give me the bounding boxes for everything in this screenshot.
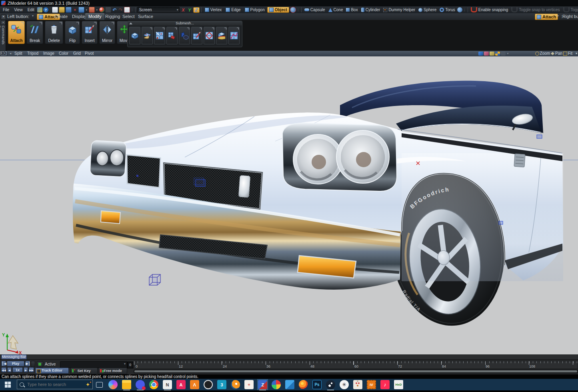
fit-button[interactable]: Fit xyxy=(568,51,572,56)
timeline-scrollbar-thumb[interactable] xyxy=(134,370,577,372)
mode-polygon[interactable]: Polygon xyxy=(243,7,266,12)
play-button[interactable]: Play xyxy=(7,361,24,366)
notes-icon[interactable] xyxy=(124,7,130,13)
texture-checker-icon[interactable] xyxy=(495,52,500,56)
menu-file[interactable]: File xyxy=(1,7,11,12)
taskbar-icon-zmodeler[interactable]: Z xyxy=(258,380,268,390)
new-file-icon[interactable] xyxy=(52,7,58,13)
menu-view[interactable]: View xyxy=(12,7,25,12)
close-commands-icon[interactable]: ✕ xyxy=(1,14,6,20)
taskbar-icon-notepad-plus-plus[interactable]: N xyxy=(162,380,172,390)
primitive-dummy-helper[interactable]: Dummy Helper xyxy=(382,7,416,12)
axis-y-button[interactable]: Y xyxy=(187,8,192,12)
taskbar-icon-vs-code[interactable] xyxy=(285,380,295,390)
taskbar-icon-tiktok[interactable]: ♪ xyxy=(380,380,390,390)
material-icon[interactable] xyxy=(105,7,111,13)
submesh-brush-button[interactable] xyxy=(142,27,153,44)
submesh-detach-button[interactable] xyxy=(154,27,165,44)
viewport-menu-pivot[interactable]: Pivot xyxy=(85,51,94,56)
taskbar-icon-flower-app[interactable] xyxy=(353,380,363,390)
rewind-button[interactable]: ◀◀ xyxy=(1,367,6,372)
import-dropdown[interactable]: ▾ xyxy=(85,8,88,12)
axis-x-button[interactable]: X xyxy=(180,8,186,12)
primitive-extra-icon[interactable] xyxy=(457,7,462,12)
mode-vertex[interactable]: Vertex xyxy=(203,7,223,12)
ribbon-break-button[interactable]: Break xyxy=(26,21,43,44)
set-key-button[interactable]: Set Key xyxy=(70,368,98,374)
taskbar-icon-adobe-app[interactable]: A xyxy=(176,380,186,390)
viewport-menu-tripod[interactable]: Tripod xyxy=(27,51,38,56)
dummy-helper-box[interactable] xyxy=(149,274,160,285)
axis-z-button[interactable]: Z xyxy=(193,7,200,13)
enable-snapping-button[interactable]: Enable snapping xyxy=(470,7,510,13)
open-file-icon[interactable] xyxy=(59,7,65,13)
viewport-menu-split[interactable]: Split xyxy=(14,51,22,56)
viewport-3d[interactable]: BFGoodrich Radial T/A xyxy=(0,56,578,354)
tab-surface[interactable]: Surface xyxy=(135,13,156,20)
track-editor-button[interactable]: Track Editor xyxy=(35,368,69,374)
ribbon-mirror-button[interactable]: Mirror xyxy=(99,21,115,44)
delete-file-icon[interactable]: ✕ xyxy=(72,7,78,12)
step-back-button[interactable]: ◀ xyxy=(7,367,12,372)
snap-edges-button[interactable]: Toggle snap to edges xyxy=(562,7,578,13)
right-tool-attach[interactable]: Attach xyxy=(535,14,558,20)
primitive-capsule[interactable]: Capsule xyxy=(303,7,326,12)
submesh-wave-button[interactable] xyxy=(216,27,227,44)
fast-forward-button[interactable]: ▶▶ xyxy=(29,367,34,372)
taskbar-icon-photoshop[interactable]: Ps xyxy=(312,380,322,390)
speed-button[interactable]: 1x xyxy=(12,367,23,372)
pencil-icon[interactable] xyxy=(478,52,483,56)
view-mode-label[interactable]: 3D xyxy=(0,51,7,56)
taskbar-icon-openiv[interactable]: IV xyxy=(366,380,376,390)
paint-extra-icon[interactable] xyxy=(501,52,506,56)
redo-icon[interactable]: ↷ xyxy=(118,7,123,12)
submesh-diamond-button[interactable] xyxy=(204,27,215,44)
settings-icon[interactable] xyxy=(37,7,42,12)
help-icon[interactable]: ? xyxy=(43,7,48,12)
taskbar-icon-file-explorer[interactable] xyxy=(122,380,132,390)
submesh-arrow-cube-button[interactable] xyxy=(179,27,190,44)
taskbar-icon-discord[interactable] xyxy=(135,380,145,390)
right-button-dropdown[interactable]: ▾ xyxy=(557,14,559,18)
taskbar-icon-copilot[interactable] xyxy=(108,380,118,390)
submesh-nodes-button[interactable] xyxy=(228,27,240,44)
import-icon[interactable] xyxy=(78,7,84,13)
paint-dropdown[interactable]: ▾ xyxy=(506,51,509,56)
save-icon[interactable] xyxy=(66,7,72,13)
snap-vertices-button[interactable]: Toggle snap to vertices xyxy=(510,7,561,13)
export-dropdown[interactable]: ▾ xyxy=(96,8,98,12)
taskbar-icon-hxd[interactable]: HxD xyxy=(394,380,404,390)
commands-bar-pin-icon[interactable]: ▪ xyxy=(1,20,6,25)
ribbon-delete-button[interactable]: Delete xyxy=(45,21,63,44)
taskbar-icon-obs-studio[interactable] xyxy=(203,380,213,390)
ribbon-attach-button[interactable]: Attach xyxy=(8,21,25,44)
taskbar-icon-paint-app[interactable] xyxy=(271,380,281,390)
taskbar-icon-chatgpt[interactable]: ✳ xyxy=(339,380,349,390)
submesh-pen-button[interactable] xyxy=(191,27,202,44)
go-end-button[interactable]: ▶⏐ xyxy=(25,361,30,366)
notes-dropdown[interactable]: ⋮ xyxy=(131,8,134,12)
eraser-icon[interactable] xyxy=(490,52,494,56)
tab-create[interactable]: Create xyxy=(51,13,71,20)
primitive-box[interactable]: Box xyxy=(345,7,359,12)
submesh-header[interactable]: Submesh... xyxy=(128,21,242,26)
collapse-arrow-icon[interactable]: ◂ xyxy=(10,51,11,56)
render-icon[interactable] xyxy=(99,7,104,12)
primitive-more-dropdown[interactable]: ⋮ xyxy=(463,8,466,12)
pan-button[interactable]: Pan xyxy=(555,51,562,56)
taskbar-icon-hand-app[interactable]: ✳ xyxy=(244,380,254,390)
mode-more-dropdown[interactable]: ⋮ xyxy=(297,8,300,12)
viewport-menu-grid[interactable]: Grid xyxy=(73,51,81,56)
primitive-sphere[interactable]: Sphere xyxy=(417,7,438,12)
go-start-button[interactable]: ⏐◀ xyxy=(1,361,6,366)
submesh-extrude-button[interactable] xyxy=(166,27,178,44)
ribbon-flip-button[interactable]: Flip xyxy=(65,21,80,44)
timeline-ruler[interactable]: 0 12 24 36 48 60 72 84 96 108 xyxy=(134,361,578,369)
ribbon-insert-button[interactable]: Insert xyxy=(82,21,98,44)
taskbar-icon-3ds-max[interactable]: 3 xyxy=(217,380,227,390)
mode-edge[interactable]: Edge xyxy=(224,7,242,12)
viewport-header-dropdown[interactable]: ▾ xyxy=(576,51,577,56)
menu-edit[interactable]: Edit xyxy=(26,7,36,12)
export-icon[interactable] xyxy=(89,7,95,13)
brush-icon[interactable] xyxy=(484,52,489,56)
